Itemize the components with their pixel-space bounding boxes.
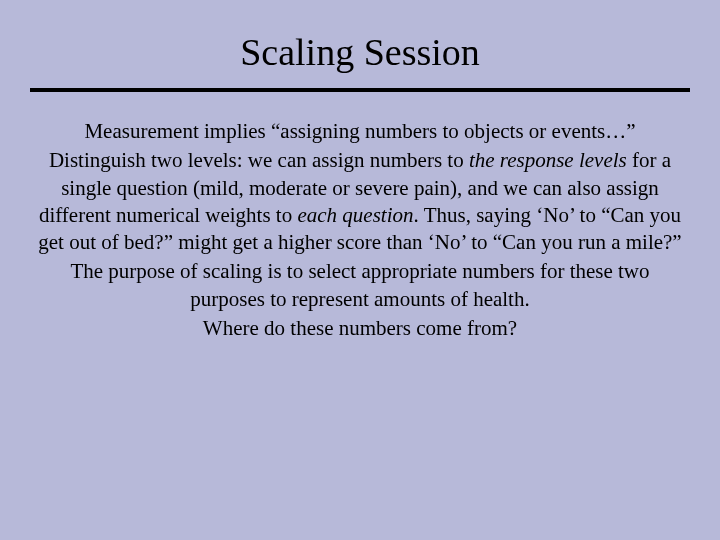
slide-body: Measurement implies “assigning numbers t… (30, 118, 690, 344)
paragraph-2: Distinguish two levels: we can assign nu… (38, 147, 682, 256)
text-run: Distinguish two levels: we can assign nu… (49, 148, 469, 172)
text-run-italic: the response levels (469, 148, 627, 172)
paragraph-3: The purpose of scaling is to select appr… (38, 258, 682, 313)
paragraph-1: Measurement implies “assigning numbers t… (38, 118, 682, 145)
title-underline (30, 88, 690, 92)
slide-title: Scaling Session (30, 30, 690, 88)
slide: Scaling Session Measurement implies “ass… (0, 0, 720, 540)
text-run-italic: each question (297, 203, 413, 227)
paragraph-4: Where do these numbers come from? (38, 315, 682, 342)
